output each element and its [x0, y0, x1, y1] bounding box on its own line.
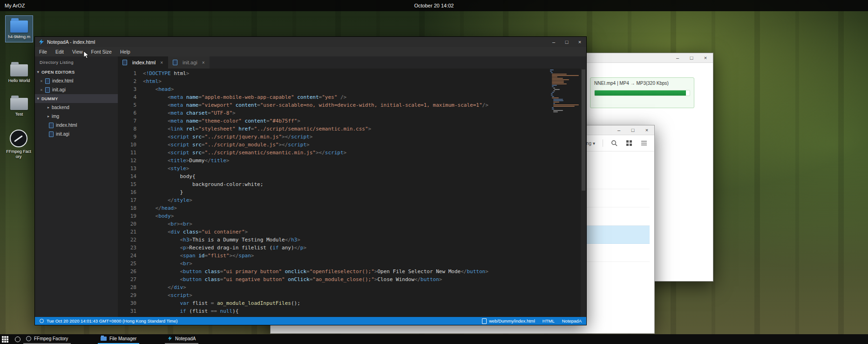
minimize-button[interactable]: – [547, 37, 560, 47]
close-button[interactable]: × [702, 55, 709, 61]
list-view-icon[interactable] [640, 139, 648, 147]
maximize-button[interactable]: □ [629, 127, 637, 133]
tree-item-backend[interactable]: ▸ backend [35, 103, 118, 112]
ffmpeg-app-icon [10, 130, 27, 147]
desktop-icon-label: h4-9Mmg.m [6, 34, 33, 40]
editor-pane: index.html × init.agi × 1234567891011121… [118, 56, 586, 317]
sidebar-header: Directory Listing [35, 56, 118, 68]
close-button[interactable]: × [643, 127, 651, 133]
desktop-screen: October 20 14:02 My ArOZ h4-9Mmg.m Hello… [0, 0, 868, 344]
chevron-right-icon: ▸ [45, 105, 52, 110]
notepada-title-bar[interactable]: NotepadA - index.html – □ × [35, 37, 586, 47]
chevron-down-icon: ▾ [35, 70, 41, 74]
status-language[interactable]: HTML [542, 318, 555, 323]
tab-label: init.agi [183, 60, 197, 65]
taskbar-item-label: NotepadA [175, 336, 196, 341]
tree-item-init-agi[interactable]: init.agi [35, 130, 118, 138]
close-icon[interactable]: × [38, 79, 45, 83]
tab-init-agi[interactable]: init.agi × [168, 56, 210, 69]
taskbar-item-notepada[interactable]: NotepadA [165, 334, 198, 344]
notepad-sidebar: Directory Listing ▾ OPEN EDITORS × index… [35, 56, 118, 317]
open-editor-name: index.html [52, 78, 74, 83]
open-editors-label: OPEN EDITORS [41, 70, 75, 75]
open-editor-item[interactable]: × index.html [35, 76, 118, 85]
file-icon [122, 60, 127, 65]
maximize-button[interactable]: □ [688, 55, 695, 61]
status-file-path: web/Dummy/index.html [489, 318, 535, 323]
status-datetime: Tue Oct 20 2020 14:01:43 GMT+0800 (Hong … [47, 318, 177, 323]
desktop-icon-ffmpeg-factory[interactable]: FFmpeg Factory [6, 129, 32, 159]
scrollbar-thumb[interactable] [582, 69, 585, 191]
open-editor-item[interactable]: × init.agi [35, 85, 118, 94]
notepada-menu-bar: File Edit View Font Size Help [35, 47, 586, 56]
file-icon [482, 318, 487, 324]
chevron-down-icon: ▾ [593, 141, 595, 146]
menu-edit[interactable]: Edit [51, 47, 68, 56]
menu-font-size[interactable]: Font Size [87, 47, 116, 56]
folder-icon [101, 337, 107, 341]
ffmpeg-app-icon [26, 336, 31, 341]
close-icon[interactable]: × [160, 60, 163, 65]
desktop-icon-label: Test [6, 112, 33, 117]
system-clock: October 20 14:02 [0, 3, 868, 8]
taskbar: FFmpeg Factory File Manager NotepadA [0, 334, 868, 344]
folder-section-label: DUMMY [41, 96, 58, 101]
show-desktop-icon[interactable] [15, 337, 20, 342]
blue-folder-icon [10, 21, 28, 33]
window-title: NotepadA - index.html [47, 39, 95, 45]
start-menu-icon[interactable] [2, 336, 8, 343]
folder-icon [10, 98, 28, 110]
maximize-button[interactable]: □ [560, 37, 573, 47]
search-icon[interactable] [610, 139, 618, 147]
desktop-icon-file[interactable]: h4-9Mmg.m [6, 16, 33, 42]
notepad-status-bar: Tue Oct 20 2020 14:01:43 GMT+0800 (Hong … [35, 317, 586, 325]
desktop-icon-test[interactable]: Test [6, 95, 33, 117]
tree-item-img[interactable]: ▸ img [35, 112, 118, 121]
file-icon [49, 123, 54, 128]
close-button[interactable]: × [573, 37, 586, 47]
open-editor-name: init.agi [52, 87, 66, 92]
desktop-icon-label: Hello World [6, 78, 33, 83]
editor-scrollbar[interactable] [581, 69, 586, 317]
notepada-window[interactable]: NotepadA - index.html – □ × File Edit Vi… [34, 36, 587, 325]
status-app-name: NotepadA [562, 318, 582, 323]
file-icon [49, 131, 54, 137]
folder-section-dummy[interactable]: ▾ DUMMY [35, 94, 118, 103]
ffmpeg-progress-fill [595, 90, 686, 96]
file-icon [45, 78, 50, 84]
desktop-icon-hello-world[interactable]: Hello World [6, 62, 33, 83]
menu-file[interactable]: File [35, 47, 51, 56]
tree-item-name: init.agi [56, 131, 69, 137]
editor-tab-bar: index.html × init.agi × [118, 56, 586, 69]
clock-icon [40, 319, 44, 323]
line-numbers: 1234567891011121314151617181920212223242… [118, 69, 143, 317]
desktop-icon-label: FFmpeg Factory [6, 149, 32, 159]
tab-index-html[interactable]: index.html × [118, 56, 168, 69]
tree-item-name: backend [52, 105, 69, 110]
menu-help[interactable]: Help [116, 47, 135, 56]
menu-view[interactable]: View [68, 47, 87, 56]
folder-icon [10, 64, 28, 76]
code-content[interactable]: <!DOCTYPE html><html> <head> <meta name=… [143, 69, 586, 317]
taskbar-item-file-manager[interactable]: File Manager [98, 334, 139, 344]
top-bar: October 20 14:02 My ArOZ [0, 0, 868, 11]
close-icon[interactable]: × [38, 88, 45, 92]
taskbar-item-ffmpeg-factory[interactable]: FFmpeg Factory [23, 334, 71, 344]
file-icon [45, 87, 50, 93]
minimap[interactable] [550, 69, 580, 113]
minimize-button[interactable]: – [674, 55, 681, 61]
notepada-logo-icon [39, 39, 44, 45]
conversion-task-label: NNEI.mp4 | MP4 → MP3(320 Kbps) [594, 81, 690, 86]
tab-label: index.html [132, 60, 156, 65]
conversion-task-card: NNEI.mp4 | MP4 → MP3(320 Kbps) [590, 77, 694, 108]
tree-item-index-html[interactable]: index.html [35, 121, 118, 130]
code-editor[interactable]: 1234567891011121314151617181920212223242… [118, 69, 586, 317]
taskbar-item-label: File Manager [109, 336, 136, 341]
grid-view-icon[interactable] [625, 139, 633, 147]
minimize-button[interactable]: – [615, 127, 623, 133]
progress-bar-track [594, 90, 690, 96]
close-icon[interactable]: × [202, 60, 205, 65]
open-editors-section[interactable]: ▾ OPEN EDITORS [35, 68, 118, 76]
notepada-logo-icon [168, 336, 172, 342]
file-icon [173, 60, 177, 65]
